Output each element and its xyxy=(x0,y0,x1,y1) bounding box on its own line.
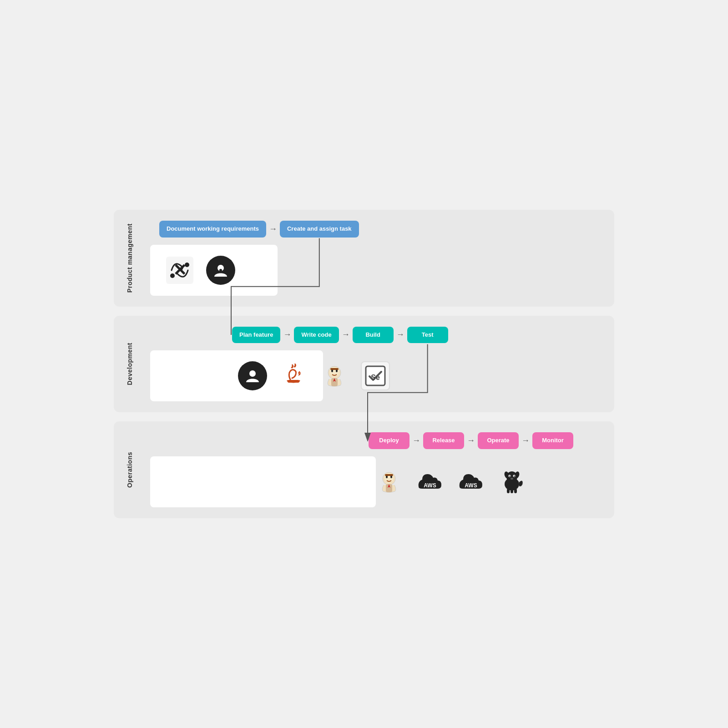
svg-point-31 xyxy=(514,475,515,476)
svg-point-30 xyxy=(509,475,510,476)
ops-box-deploy: Deploy xyxy=(369,432,410,449)
dev-arrow-2: → xyxy=(342,330,350,339)
lane-product-management: Product management Document working requ… xyxy=(114,210,614,307)
ops-box-operate: Operate xyxy=(478,432,519,449)
svg-point-32 xyxy=(511,478,513,480)
pm-flow-row: Document working requirements → Create a… xyxy=(150,221,603,238)
ops-box-monitor: Monitor xyxy=(532,432,573,449)
ops-lane-content: Deploy → Release → Operate → Monitor xyxy=(150,432,603,507)
dev-icon-jenkins xyxy=(314,358,355,394)
pm-arrow-1: → xyxy=(269,224,277,234)
svg-rect-12 xyxy=(330,368,339,370)
dev-selenium-box: Se xyxy=(361,361,390,390)
pm-person-circle xyxy=(206,256,235,285)
diagram-container: Product management Document working requ… xyxy=(114,210,614,519)
svg-rect-34 xyxy=(511,489,513,493)
svg-point-3 xyxy=(185,263,189,267)
pm-box-create: Create and assign task xyxy=(280,221,359,238)
dev-arrow-1: → xyxy=(283,330,291,339)
ops-icons-row: AWS AWS xyxy=(150,456,376,507)
ops-icon-jenkins xyxy=(369,464,410,500)
ops-arrow-1: → xyxy=(412,436,420,445)
pm-box-document: Document working requirements xyxy=(159,221,266,238)
dev-arrow-3: → xyxy=(396,330,404,339)
dev-person-circle xyxy=(238,361,267,390)
lane-operations: Operations Deploy → Release → Operate → … xyxy=(114,421,614,518)
dev-lane-content: Plan feature → Write code → Build → Test xyxy=(150,327,603,402)
dev-icons-row: Se xyxy=(150,350,323,401)
ops-arrow-3: → xyxy=(521,436,530,445)
ops-icon-aws1: AWS xyxy=(410,464,450,500)
svg-rect-35 xyxy=(514,489,517,493)
pm-icon-mixpanel: ✕ xyxy=(159,252,200,288)
lane-label-development: Development xyxy=(114,316,146,413)
ops-arrow-2: → xyxy=(467,436,475,445)
dev-box-plan: Plan feature xyxy=(232,327,280,344)
ops-icon-dog xyxy=(491,464,532,500)
dev-box-build: Build xyxy=(353,327,394,344)
svg-point-2 xyxy=(170,273,175,278)
dev-icon-selenium: Se xyxy=(355,358,396,394)
dev-icon-java xyxy=(273,358,314,394)
pm-icons-row: ✕ xyxy=(150,245,278,296)
ops-icon-aws2: AWS xyxy=(450,464,491,500)
dev-flow-row: Plan feature → Write code → Build → Test xyxy=(150,327,603,344)
svg-rect-7 xyxy=(288,380,299,383)
svg-point-5 xyxy=(219,269,222,272)
dev-box-code: Write code xyxy=(294,327,339,344)
svg-point-6 xyxy=(249,370,256,377)
ops-flow-row: Deploy → Release → Operate → Monitor xyxy=(150,432,603,449)
lane-label-product-management: Product management xyxy=(114,210,146,307)
lane-development: Development Plan feature → Write code → … xyxy=(114,316,614,413)
svg-text:AWS: AWS xyxy=(424,482,436,489)
svg-rect-33 xyxy=(507,489,510,493)
dev-box-test: Test xyxy=(407,327,448,344)
lane-label-operations: Operations xyxy=(114,421,146,518)
svg-text:Se: Se xyxy=(371,374,380,382)
dev-icon-person xyxy=(232,358,273,394)
pm-icon-person xyxy=(200,252,241,288)
pm-lane-content: Document working requirements → Create a… xyxy=(150,221,603,296)
svg-rect-20 xyxy=(385,474,393,476)
svg-text:AWS: AWS xyxy=(465,482,477,489)
ops-box-release: Release xyxy=(423,432,464,449)
